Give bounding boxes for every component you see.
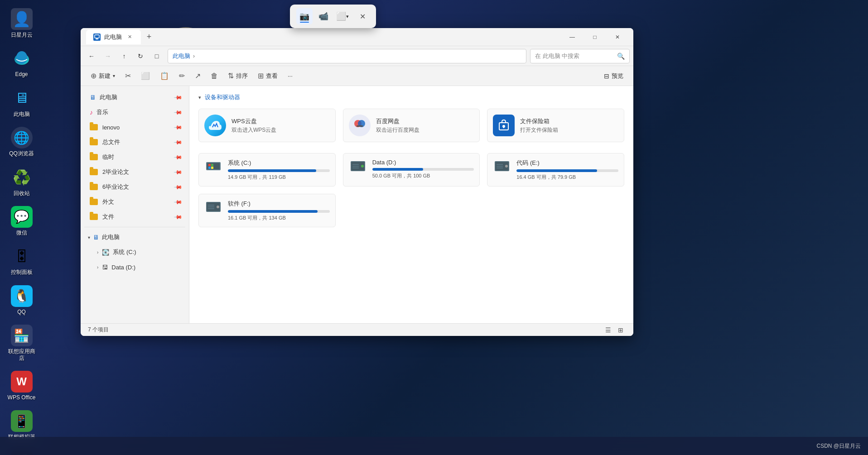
search-bar[interactable]: 在 此电脑 中搜索 🔍 <box>530 49 630 63</box>
maximize-btn[interactable]: □ <box>584 30 605 44</box>
status-bar-right: ☰ ⊞ <box>603 325 626 335</box>
desktop-icon-xing-yun[interactable]: 👤 日星月云 <box>5 5 39 42</box>
lenovo-store-label: 联想应用商店 <box>6 348 37 361</box>
f-drive-name: 软件 (F:) <box>228 200 330 208</box>
new-btn[interactable]: ⊕ 新建 ▾ <box>86 69 120 83</box>
taskbar-user-label: CSDN @日星月云 <box>816 442 861 450</box>
lenovo-store-icon: 🏪 <box>11 325 33 346</box>
list-view-btn[interactable]: ☰ <box>603 325 613 335</box>
more-btn[interactable]: ··· <box>283 69 297 83</box>
wps-cloud-item[interactable]: WPS云盘 双击进入WPS云盘 <box>198 109 336 142</box>
record-btn[interactable]: 📹 <box>315 8 332 24</box>
screenshot-btn[interactable]: 📷 <box>296 8 313 24</box>
sidebar-thesis6-label: 6毕业论文 <box>102 183 129 191</box>
safe-box-item[interactable]: 文件保险箱 打开文件保险箱 <box>487 109 624 142</box>
up-btn[interactable]: ↑ <box>117 49 131 63</box>
sidebar-item-thesis6[interactable]: 6毕业论文 📌 <box>82 180 187 194</box>
d-drive-name: Data (D:) <box>372 159 474 166</box>
safe-box-icon <box>493 115 515 136</box>
baidu-cloud-item[interactable]: 百度网盘 双击运行百度网盘 <box>343 109 480 142</box>
e-drive-info: 代码 (E:) 16.4 GB 可用，共 79.9 GB <box>516 159 618 181</box>
sidebar-foreign-label: 外文 <box>102 198 114 206</box>
desktop-icon-this-pc[interactable]: 🖥 此电脑 <box>5 84 39 121</box>
sidebar-temp-label: 临时 <box>102 153 114 161</box>
share-btn[interactable]: ↗ <box>190 69 205 83</box>
section-header-devices[interactable]: ▾ 设备和驱动器 <box>198 93 624 101</box>
section-pc-label: 此电脑 <box>102 233 120 241</box>
back-btn[interactable]: ← <box>84 49 99 63</box>
sidebar-item-foreign[interactable]: 外文 📌 <box>82 195 187 209</box>
wps-cloud-icon <box>204 115 226 136</box>
d-drive-info: Data (D:) 50.0 GB 可用，共 100 GB <box>372 159 474 179</box>
sidebar-item-thesis2[interactable]: 2毕业论文 📌 <box>82 165 187 179</box>
sidebar-item-temp[interactable]: 临时 📌 <box>82 150 187 164</box>
sidebar-item-music[interactable]: ♪ 音乐 📌 <box>82 105 187 120</box>
sidebar-item-lenovo[interactable]: lenovo 📌 <box>82 120 187 134</box>
delete-btn[interactable]: 🗑 <box>206 69 222 83</box>
lenovo-sim-icon: 📱 <box>11 410 33 432</box>
rename-btn[interactable]: ✏ <box>174 69 189 83</box>
desktop-icon-wps-office[interactable]: W WPS Office <box>5 367 39 404</box>
pin-icon-lenovo: 📌 <box>174 123 183 132</box>
drives-grid: 系统 (C:) 14.9 GB 可用，共 119 GB <box>198 153 624 227</box>
sort-btn[interactable]: ⇅ 排序 <box>223 69 252 83</box>
address-bar[interactable]: 此电脑 › <box>168 49 526 63</box>
close-btn[interactable]: ✕ <box>607 30 628 44</box>
c-drive-stats: 14.9 GB 可用，共 119 GB <box>228 174 330 181</box>
sidebar-item-this-pc[interactable]: 🖥 此电脑 📌 <box>82 90 187 105</box>
preview-label: 预览 <box>612 72 623 80</box>
f-drive-item[interactable]: 软件 (F:) 16.1 GB 可用，共 134 GB <box>198 194 336 227</box>
sidebar-item-c-drive[interactable]: › 💽 系统 (C:) <box>82 245 187 259</box>
baidu-cloud-desc: 双击运行百度网盘 <box>376 126 420 134</box>
desktop-icon-lenovo-store[interactable]: 🏪 联想应用商店 <box>5 321 39 365</box>
minimize-btn[interactable]: — <box>562 30 583 44</box>
view-toggle-btn[interactable]: □ <box>149 49 164 63</box>
f-drive-info: 软件 (F:) 16.1 GB 可用，共 134 GB <box>228 200 330 221</box>
sidebar-divider-1 <box>84 227 185 227</box>
desktop-icon-edge[interactable]: Edge <box>5 44 39 81</box>
grid-view-btn[interactable]: ⊞ <box>615 325 626 335</box>
paste-btn[interactable]: 📋 <box>155 69 174 83</box>
view-btn[interactable]: ⊞ 查看 <box>253 69 282 83</box>
nav-bar: ← → ↑ ↻ □ 此电脑 › 在 此电脑 中搜索 🔍 <box>81 46 633 66</box>
desktop-icon-qq-browser[interactable]: 🌐 QQ浏览器 <box>5 123 39 160</box>
e-drive-item[interactable]: 代码 (E:) 16.4 GB 可用，共 79.9 GB <box>487 153 624 187</box>
tab-label: 此电脑 <box>104 33 122 41</box>
sidebar-item-d-drive[interactable]: › 🖫 Data (D:) <box>82 260 187 274</box>
f-drive-bar-bg <box>228 210 330 213</box>
taskbar: CSDN @日星月云 <box>0 437 868 455</box>
pin-icon-music: 📌 <box>174 108 183 117</box>
pin-icon-foreign: 📌 <box>174 197 183 207</box>
xing-yun-label: 日星月云 <box>11 32 33 38</box>
explorer-window: 此电脑 ✕ + — □ ✕ ← → ↑ ↻ □ 此电脑 › 在 此电脑 中搜索 … <box>81 28 633 336</box>
desktop-icon-control-panel[interactable]: 🎛 控制面板 <box>5 242 39 279</box>
tab-close-btn[interactable]: ✕ <box>125 33 134 41</box>
cut-btn[interactable]: ✂ <box>121 69 135 83</box>
forward-btn[interactable]: → <box>101 49 115 63</box>
d-drive-bar-bg <box>372 168 474 171</box>
preview-btn[interactable]: ⊟ 预览 <box>599 69 628 83</box>
sidebar-section-this-pc[interactable]: ▾ 🖥 此电脑 <box>82 230 187 244</box>
item-count: 7 个项目 <box>88 326 109 334</box>
sort-icon: ⇅ <box>228 72 234 80</box>
c-drive-item[interactable]: 系统 (C:) 14.9 GB 可用，共 119 GB <box>198 153 336 187</box>
desktop-icon-wechat[interactable]: 💬 微信 <box>5 202 39 239</box>
c-drive-bar-fill <box>228 169 316 172</box>
d-drive-item[interactable]: Data (D:) 50.0 GB 可用，共 100 GB <box>343 153 480 187</box>
tab-this-pc[interactable]: 此电脑 ✕ <box>86 30 141 44</box>
refresh-btn[interactable]: ↻ <box>133 49 148 63</box>
copy-btn[interactable]: ⬜ <box>136 69 154 83</box>
preview-icon: ⊟ <box>604 72 609 80</box>
qq-browser-icon: 🌐 <box>11 127 33 148</box>
sidebar-item-general-files[interactable]: 总文件 📌 <box>82 135 187 149</box>
new-tab-btn[interactable]: + <box>143 31 155 43</box>
sidebar-item-files[interactable]: 文件 📌 <box>82 210 187 224</box>
desktop-icon-recycle[interactable]: ♻️ 回收站 <box>5 163 39 200</box>
capture-close-btn[interactable]: ✕ <box>355 9 370 24</box>
desktop-icon-qq[interactable]: 🐧 QQ <box>5 282 39 319</box>
d-drive-bar-fill <box>372 168 423 171</box>
recycle-icon: ♻️ <box>11 167 33 188</box>
region-btn[interactable]: ⬜ ▾ <box>334 8 351 24</box>
safe-box-info: 文件保险箱 打开文件保险箱 <box>520 117 558 134</box>
tab-pc-icon <box>93 34 101 41</box>
